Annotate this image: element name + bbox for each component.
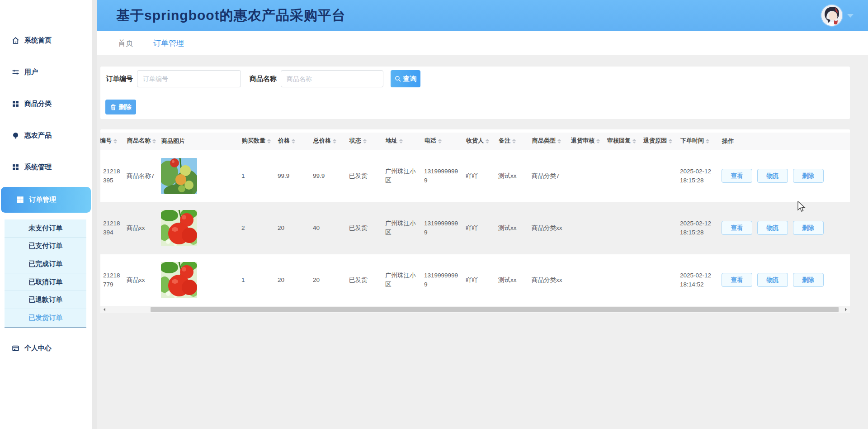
cell-address: 广州珠江小区 (382, 202, 421, 254)
sidebar-item-products[interactable]: 惠农产品 (0, 128, 92, 143)
sort-carets[interactable] (399, 137, 403, 145)
col-price[interactable]: 价格 (275, 133, 310, 150)
sidebar-item-label: 惠农产品 (24, 131, 52, 140)
scroll-right-arrow-icon[interactable] (845, 308, 849, 311)
view-button[interactable]: 查看 (722, 169, 752, 183)
submenu-item-paid[interactable]: 已支付订单 (5, 238, 86, 256)
card-icon (12, 344, 19, 352)
view-button[interactable]: 查看 (722, 273, 752, 287)
sort-carets[interactable] (512, 137, 516, 145)
sort-carets[interactable] (267, 137, 271, 145)
order-no-label: 订单编号 (106, 75, 133, 83)
col-product-name[interactable]: 商品名称 (124, 133, 158, 150)
sidebar-item-profile[interactable]: 个人中心 (0, 340, 92, 356)
col-return-reason[interactable]: 退货原因 (640, 133, 677, 150)
row-delete-button[interactable]: 删除 (793, 169, 824, 183)
submenu-item-cancelled[interactable]: 已取消订单 (5, 273, 86, 291)
horizontal-scrollbar[interactable] (100, 306, 850, 313)
col-audit-reply[interactable]: 审核回复 (604, 133, 640, 150)
cell-price: 99.9 (275, 150, 310, 202)
cell-receiver: 吖吖 (463, 254, 495, 306)
table-row: 21218395 商品名称7 (100, 150, 850, 202)
sort-carets[interactable] (292, 137, 295, 145)
logistics-button[interactable]: 物流 (757, 169, 788, 183)
submenu-item-shipped[interactable]: 已发货订单 (5, 309, 86, 327)
sort-carets[interactable] (152, 137, 156, 145)
scroll-left-arrow-icon[interactable] (102, 308, 105, 311)
product-name-input[interactable] (281, 70, 383, 87)
sidebar-item-system[interactable]: 系统管理 (0, 159, 92, 175)
scrollbar-thumb[interactable] (151, 307, 839, 312)
main-area: 基于springboot的惠农产品采购平台 首页 订单管理 订单编号 (97, 0, 868, 429)
view-button[interactable]: 查看 (722, 221, 752, 235)
delete-button[interactable]: 删除 (105, 100, 136, 114)
cell-type: 商品分类xx (529, 202, 568, 254)
orders-table: 编号 商品名称 商品图片 购买数量 价格 总价格 状态 地址 电话 收货人 备注… (100, 133, 850, 306)
col-product-type[interactable]: 商品类型 (529, 133, 568, 150)
content-area: 订单编号 商品名称 查询 删除 (97, 55, 868, 429)
cell-return-reason (640, 150, 677, 202)
sort-carets[interactable] (557, 137, 561, 145)
sort-carets[interactable] (706, 137, 709, 145)
cell-product-name: 商品xx (124, 254, 158, 306)
col-remark[interactable]: 备注 (495, 133, 529, 150)
sort-carets[interactable] (333, 137, 336, 145)
tab-home[interactable]: 首页 (118, 38, 133, 48)
search-panel: 订单编号 商品名称 查询 删除 (100, 67, 850, 119)
cell-remark: 测试xx (495, 150, 529, 202)
sort-carets[interactable] (596, 137, 600, 145)
sort-carets[interactable] (363, 137, 367, 145)
table-row: 21218394 商品xx (100, 202, 850, 254)
sort-carets[interactable] (632, 137, 636, 145)
cell-return-reason (640, 202, 677, 254)
logistics-button[interactable]: 物流 (757, 273, 788, 287)
row-delete-button[interactable]: 删除 (793, 273, 824, 287)
sidebar-item-users[interactable]: 用户 (0, 64, 92, 80)
chevron-down-icon[interactable] (847, 14, 854, 18)
cell-status: 已发货 (346, 254, 382, 306)
col-order-time[interactable]: 下单时间 (677, 133, 719, 150)
product-image[interactable] (161, 210, 197, 246)
submenu-item-unpaid[interactable]: 未支付订单 (5, 219, 86, 238)
col-return-audit[interactable]: 退货审核 (568, 133, 604, 150)
cell-status: 已发货 (346, 202, 382, 254)
sidebar-item-label: 用户 (24, 68, 38, 76)
logistics-button[interactable]: 物流 (757, 221, 788, 235)
col-product-image: 商品图片 (158, 133, 239, 150)
orders-table-panel: 编号 商品名称 商品图片 购买数量 价格 总价格 状态 地址 电话 收货人 备注… (100, 129, 850, 313)
cell-price: 20 (275, 202, 310, 254)
sort-carets[interactable] (486, 137, 489, 145)
sidebar-item-categories[interactable]: 商品分类 (0, 96, 92, 111)
submenu-item-refunded[interactable]: 已退款订单 (5, 291, 86, 309)
cell-product-image (158, 202, 239, 254)
col-phone[interactable]: 电话 (421, 133, 463, 150)
query-button[interactable]: 查询 (391, 70, 420, 87)
sort-carets[interactable] (438, 137, 442, 145)
sort-carets[interactable] (113, 137, 117, 145)
sidebar-item-orders[interactable]: 订单管理 (1, 187, 91, 213)
order-no-input[interactable] (137, 70, 241, 87)
sort-carets[interactable] (669, 137, 672, 145)
product-image[interactable] (161, 158, 197, 194)
col-receiver[interactable]: 收货人 (463, 133, 495, 150)
col-address[interactable]: 地址 (382, 133, 421, 150)
submenu-item-completed[interactable]: 已完成订单 (5, 255, 86, 273)
row-delete-button[interactable]: 删除 (793, 221, 824, 235)
user-avatar[interactable] (821, 5, 842, 26)
cell-price: 20 (275, 254, 310, 306)
cell-receiver: 吖吖 (463, 150, 495, 202)
tab-order-management[interactable]: 订单管理 (153, 38, 184, 48)
cell-return-reason (640, 254, 677, 306)
col-status[interactable]: 状态 (346, 133, 382, 150)
cell-phone: 13199999999 (421, 202, 463, 254)
cell-id: 21218779 (100, 254, 124, 306)
col-id[interactable]: 编号 (100, 133, 124, 150)
sidebar-item-home[interactable]: 系统首页 (0, 33, 92, 48)
cell-total: 40 (310, 202, 346, 254)
col-qty[interactable]: 购买数量 (239, 133, 275, 150)
cell-audit-reply (604, 150, 640, 202)
product-image[interactable] (161, 262, 197, 298)
cell-product-image (158, 150, 239, 202)
col-total-price[interactable]: 总价格 (310, 133, 346, 150)
sliders-icon (12, 68, 19, 76)
